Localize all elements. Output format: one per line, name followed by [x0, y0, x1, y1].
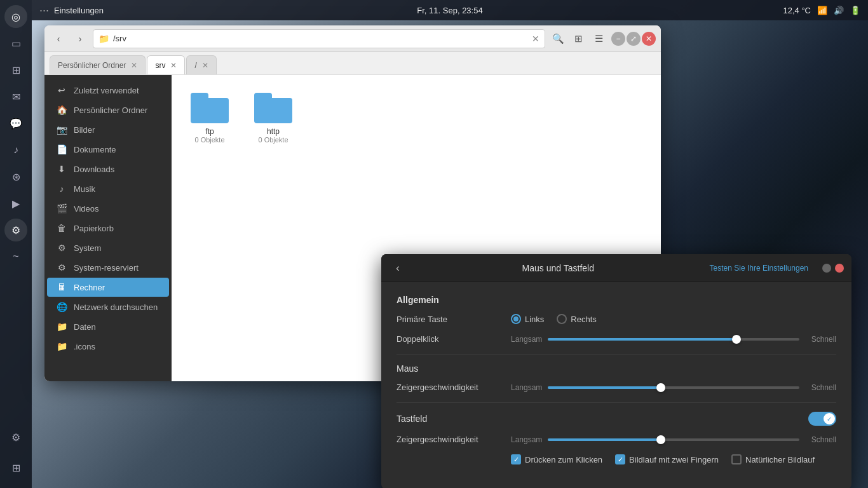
settings-content: Allgemein Primäre Taste Links Rechts: [381, 282, 851, 485]
sidebar-item-downloads[interactable]: ⬇ Downloads: [47, 159, 169, 179]
taskbar-profile-icon[interactable]: ◎: [4, 5, 27, 28]
fm-address-text: /srv: [113, 34, 528, 43]
sidebar-pictures-icon: 📷: [56, 125, 67, 135]
settings-touchpad-toggle-container: ✓: [511, 412, 836, 426]
settings-mouse-speed-label: Zeigergeschwindigkeit: [397, 383, 511, 392]
fm-restore-button[interactable]: ⤢: [627, 32, 641, 46]
settings-primary-key-control: Links Rechts: [511, 314, 836, 324]
fm-tab-root-close[interactable]: ✕: [202, 62, 208, 69]
sidebar-item-music[interactable]: ♪ Musik: [47, 179, 169, 198]
fm-grid-view-button[interactable]: ⊞: [569, 30, 587, 48]
settings-mouse-title: Maus: [397, 363, 511, 374]
folder-body: [191, 98, 229, 123]
taskbar-activity-icon[interactable]: ~: [4, 245, 27, 268]
radio-links-inner: [513, 316, 519, 322]
sidebar-item-recent[interactable]: ↩ Zuletzt verwendet: [47, 81, 169, 100]
taskbar-music-icon[interactable]: ♪: [4, 139, 27, 161]
sidebar-home-icon: 🏠: [56, 105, 67, 115]
settings-checkbox-two-finger-scroll[interactable]: ✓ Bildlauf mit zwei Fingern: [615, 454, 719, 464]
fm-close-button[interactable]: ✕: [642, 32, 656, 46]
doubleclick-slider-track[interactable]: [548, 338, 799, 341]
section-divider-1: [397, 354, 836, 355]
fm-tab-personal-close[interactable]: ✕: [131, 62, 137, 69]
settings-radio-group: Links Rechts: [511, 314, 597, 324]
mouse-speed-slider-thumb[interactable]: [656, 383, 665, 392]
sidebar-item-trash[interactable]: 🗑 Papierkorb: [47, 219, 169, 238]
taskbar-mail-icon[interactable]: ✉: [4, 85, 27, 108]
fm-tab-personal[interactable]: Persönlicher Ordner ✕: [50, 55, 146, 74]
fm-back-button[interactable]: ‹: [50, 30, 67, 48]
settings-checkboxes-control: ✓ Drücken zum Klicken ✓ Bildlauf mit zwe…: [511, 454, 836, 464]
sidebar-item-network[interactable]: 🌐 Netzwerk durchsuchen: [47, 297, 169, 316]
checkbox-natural-box: [731, 454, 742, 464]
fm-folder-http[interactable]: http 0 Objekte: [248, 88, 299, 149]
sidebar-item-daten[interactable]: 📁 Daten: [47, 317, 169, 336]
fm-folder-ftp[interactable]: ftp 0 Objekte: [184, 88, 235, 149]
touchpad-speed-slider-thumb[interactable]: [656, 435, 665, 444]
taskbar-play-icon[interactable]: ▶: [4, 192, 27, 215]
sidebar-item-pictures[interactable]: 📷 Bilder: [47, 120, 169, 139]
topbar: ··· Einstellungen Fr, 11. Sep, 23:54 12,…: [32, 0, 868, 20]
touchpad-speed-slider-track[interactable]: [548, 438, 799, 441]
taskbar-settings-icon[interactable]: ⚙: [4, 219, 27, 241]
fm-list-view-button[interactable]: ☰: [590, 30, 607, 48]
fm-forward-button[interactable]: ›: [71, 30, 89, 48]
settings-touchpad-section: Tastfeld ✓: [397, 412, 836, 426]
sidebar-daten-icon: 📁: [56, 322, 67, 332]
sidebar-item-icons[interactable]: 📁 .icons: [47, 337, 169, 356]
topbar-temperature: 12,4 °C: [783, 6, 811, 15]
sidebar-videos-icon: 🎬: [56, 203, 67, 214]
settings-checkbox-group: ✓ Drücken zum Klicken ✓ Bildlauf mit zwe…: [511, 454, 815, 464]
taskbar-screen-icon[interactable]: ▭: [4, 32, 27, 55]
sidebar-system-icon: ⚙: [56, 243, 67, 253]
fm-address-clear-icon[interactable]: ✕: [532, 34, 539, 44]
settings-touchpad-toggle[interactable]: ✓: [808, 412, 836, 426]
settings-radio-rechts[interactable]: Rechts: [557, 314, 596, 324]
taskbar-files-icon[interactable]: ⊞: [4, 58, 27, 81]
mouse-slow-label: Langsam: [511, 383, 543, 392]
settings-close-button[interactable]: [835, 264, 844, 273]
fm-folder-ftp-count: 0 Objekte: [194, 136, 224, 144]
taskbar-chat-icon[interactable]: 💬: [4, 112, 27, 135]
taskbar-steam-icon[interactable]: ⊛: [4, 165, 27, 188]
settings-test-link[interactable]: Testen Sie Ihre Einstellungen: [710, 264, 808, 273]
topbar-right: 12,4 °C 📶 🔊 🔋: [783, 6, 860, 15]
sidebar-item-home[interactable]: 🏠 Persönlicher Ordner: [47, 100, 169, 119]
fm-tabs: Persönlicher Ordner ✕ srv ✕ / ✕: [44, 52, 661, 75]
mouse-speed-slider-track[interactable]: [548, 386, 799, 389]
settings-checkbox-press-click[interactable]: ✓ Drücken zum Klicken: [511, 454, 602, 464]
fm-search-button[interactable]: 🔍: [549, 30, 567, 48]
sidebar-system-label: System: [74, 243, 101, 253]
fm-address-bar[interactable]: 📁 /srv ✕: [93, 29, 545, 48]
sidebar-recent-icon: ↩: [56, 85, 67, 95]
sidebar-network-icon: 🌐: [56, 302, 67, 312]
sidebar-item-system-reserved[interactable]: ⚙ System-reserviert: [47, 258, 169, 277]
fm-tab-root-label: /: [194, 61, 196, 70]
fm-minimize-button[interactable]: −: [611, 32, 625, 46]
taskbar-settings-gear-icon[interactable]: ⚙: [4, 426, 27, 449]
sidebar-item-system[interactable]: ⚙ System: [47, 238, 169, 257]
toggle-knob: ✓: [824, 413, 835, 424]
sidebar-item-videos[interactable]: 🎬 Videos: [47, 199, 169, 218]
settings-minimize-button[interactable]: [822, 264, 831, 273]
fm-tab-srv-close[interactable]: ✕: [170, 62, 177, 69]
taskbar-apps-grid-icon[interactable]: ⊞: [4, 456, 27, 479]
settings-touchpad-speed-control: Langsam Schnell: [511, 435, 836, 444]
checkbox-press-click-label: Drücken zum Klicken: [525, 455, 602, 464]
fm-tab-root[interactable]: / ✕: [186, 55, 216, 74]
settings-window-controls: [822, 264, 844, 273]
settings-checkbox-natural-scroll[interactable]: Natürlicher Bildlauf: [731, 454, 815, 464]
sidebar-item-rechner[interactable]: 🖩 Rechner: [47, 278, 169, 297]
settings-radio-links[interactable]: Links: [511, 314, 544, 324]
settings-mouse-section: Maus: [397, 363, 836, 374]
settings-mouse-speed-row: Zeigergeschwindigkeit Langsam Schnell: [397, 383, 836, 392]
touchpad-fast-label: Schnell: [804, 435, 836, 444]
mouse-speed-slider-container: Langsam Schnell: [511, 383, 836, 392]
doubleclick-slider-thumb[interactable]: [732, 335, 741, 344]
sidebar-item-documents[interactable]: 📄 Dokumente: [47, 140, 169, 159]
settings-back-button[interactable]: ‹: [389, 259, 407, 277]
fm-tab-srv[interactable]: srv ✕: [147, 55, 185, 74]
topbar-menu-icon[interactable]: ···: [39, 4, 49, 17]
radio-links-outer: [511, 314, 521, 324]
settings-titlebar: ‹ Maus und Tastfeld Testen Sie Ihre Eins…: [381, 254, 851, 282]
